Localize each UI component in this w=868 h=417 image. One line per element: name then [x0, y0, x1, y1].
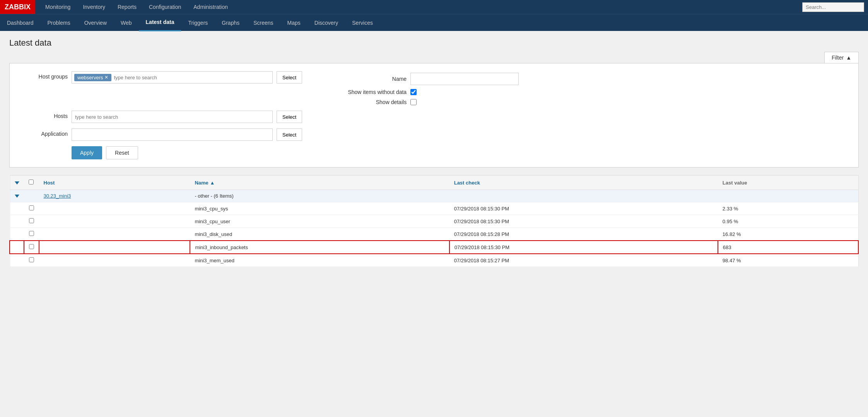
row-last-value: 98.47 %	[718, 254, 858, 267]
select-all-checkbox[interactable]	[29, 179, 34, 185]
table-row: mini3_mem_used 07/29/2018 08:15:27 PM 98…	[10, 254, 858, 267]
th-last-check[interactable]: Last check	[449, 176, 718, 190]
subnav-services[interactable]: Services	[345, 14, 380, 31]
filter-hosts-row: Hosts Select	[21, 111, 847, 123]
filter-right: Name Show items without data Show detail…	[329, 71, 519, 105]
row-last-value: 683	[718, 241, 858, 254]
host-groups-tag-remove[interactable]: ✕	[104, 75, 108, 80]
search-input[interactable]	[802, 2, 864, 12]
top-nav-inventory[interactable]: Inventory	[77, 0, 111, 14]
th-name[interactable]: Name ▲	[190, 176, 449, 190]
subnav-graphs[interactable]: Graphs	[215, 14, 246, 31]
row-collapse	[10, 254, 24, 267]
top-nav-administration[interactable]: Administration	[187, 0, 234, 14]
row-name: - other - (6 Items)	[190, 190, 449, 202]
th-checkbox	[24, 176, 39, 190]
top-nav-search[interactable]	[802, 2, 864, 12]
row-host	[39, 202, 190, 215]
row-checkbox-cell[interactable]	[24, 241, 39, 254]
row-collapse	[10, 228, 24, 241]
subnav-maps[interactable]: Maps	[280, 14, 308, 31]
th-host[interactable]: Host	[39, 176, 190, 190]
host-link[interactable]: 30.23_mini3	[44, 193, 71, 199]
filter-toggle: Filter ▲	[9, 52, 859, 63]
subnav-discovery[interactable]: Discovery	[308, 14, 345, 31]
row-checkbox-cell[interactable]	[24, 202, 39, 215]
show-details-label: Show details	[329, 99, 407, 105]
subnav-web[interactable]: Web	[114, 14, 139, 31]
page-title-area: Latest data	[0, 31, 868, 52]
application-input[interactable]	[72, 128, 273, 141]
top-nav-items: Monitoring Inventory Reports Configurati…	[39, 0, 234, 14]
row-collapse-icon[interactable]	[15, 195, 19, 198]
row-name: mini3_disk_used	[190, 228, 449, 241]
host-groups-select-button[interactable]: Select	[277, 71, 302, 84]
host-groups-search-input[interactable]	[114, 75, 270, 80]
row-last-value: 2.33 %	[718, 202, 858, 215]
host-groups-tag-row[interactable]: webservers ✕	[72, 71, 273, 84]
table-body: 30.23_mini3 - other - (6 Items) mini3_cp…	[10, 190, 858, 267]
subnav-triggers[interactable]: Triggers	[181, 14, 215, 31]
row-collapse	[10, 202, 24, 215]
row-checkbox[interactable]	[29, 244, 34, 249]
row-host	[39, 215, 190, 228]
subnav-problems[interactable]: Problems	[41, 14, 77, 31]
row-checkbox[interactable]	[29, 205, 34, 210]
row-host: 30.23_mini3	[39, 190, 190, 202]
row-checkbox[interactable]	[29, 257, 34, 262]
table-row: mini3_cpu_user 07/29/2018 08:15:30 PM 0.…	[10, 215, 858, 228]
subnav-screens[interactable]: Screens	[246, 14, 280, 31]
hosts-input[interactable]	[72, 111, 273, 123]
table-row: mini3_disk_used 07/29/2018 08:15:28 PM 1…	[10, 228, 858, 241]
application-input-group	[72, 128, 273, 141]
row-checkbox-cell[interactable]	[24, 228, 39, 241]
page-title: Latest data	[9, 38, 859, 48]
hosts-input-group	[72, 111, 273, 123]
host-groups-label: Host groups	[21, 71, 68, 80]
hosts-select-button[interactable]: Select	[277, 111, 302, 123]
row-last-check	[449, 190, 718, 202]
filter-host-groups-row: Host groups webservers ✕ Select Name	[21, 71, 847, 105]
subnav-latest-data[interactable]: Latest data	[139, 14, 181, 31]
th-collapse	[10, 176, 24, 190]
row-name: mini3_cpu_user	[190, 215, 449, 228]
top-nav-configuration[interactable]: Configuration	[143, 0, 187, 14]
apply-button[interactable]: Apply	[72, 146, 102, 159]
row-checkbox[interactable]	[29, 218, 34, 223]
sub-nav: Dashboard Problems Overview Web Latest d…	[0, 14, 868, 31]
row-host	[39, 254, 190, 267]
row-checkbox-cell[interactable]	[24, 215, 39, 228]
host-groups-input-group: webservers ✕	[72, 71, 273, 84]
row-last-value: 0.95 %	[718, 215, 858, 228]
table-header-row: Host Name ▲ Last check Last value	[10, 176, 858, 190]
name-input[interactable]	[410, 73, 519, 85]
show-without-data-row: Show items without data	[329, 89, 519, 95]
show-without-data-label: Show items without data	[329, 89, 407, 95]
top-nav-monitoring[interactable]: Monitoring	[39, 0, 77, 14]
row-name: mini3_mem_used	[190, 254, 449, 267]
application-select-button[interactable]: Select	[277, 128, 302, 141]
row-checkbox[interactable]	[29, 231, 34, 236]
subnav-overview[interactable]: Overview	[77, 14, 114, 31]
row-checkbox-cell	[24, 190, 39, 202]
show-details-row: Show details	[329, 99, 519, 105]
filter-application-row: Application Select	[21, 128, 847, 141]
show-details-checkbox[interactable]	[410, 99, 417, 105]
row-checkbox-cell[interactable]	[24, 254, 39, 267]
subnav-dashboard[interactable]: Dashboard	[0, 14, 41, 31]
data-table: Host Name ▲ Last check Last value 30.23_…	[9, 175, 859, 267]
name-row: Name	[329, 73, 519, 85]
collapse-all-icon[interactable]	[15, 181, 19, 185]
name-label: Name	[329, 76, 407, 82]
row-last-check: 07/29/2018 08:15:27 PM	[449, 254, 718, 267]
filter-tab[interactable]: Filter ▲	[824, 52, 859, 63]
row-collapse[interactable]	[10, 190, 24, 202]
row-host	[39, 241, 190, 254]
show-without-data-checkbox[interactable]	[410, 89, 417, 95]
top-nav-reports[interactable]: Reports	[111, 0, 143, 14]
filter-body: Host groups webservers ✕ Select Name	[9, 63, 859, 167]
table-row: mini3_inbound_packets 07/29/2018 08:15:3…	[10, 241, 858, 254]
main-content: Host Name ▲ Last check Last value 30.23_…	[0, 171, 868, 276]
reset-button[interactable]: Reset	[106, 146, 138, 159]
row-name: mini3_inbound_packets	[190, 241, 449, 254]
